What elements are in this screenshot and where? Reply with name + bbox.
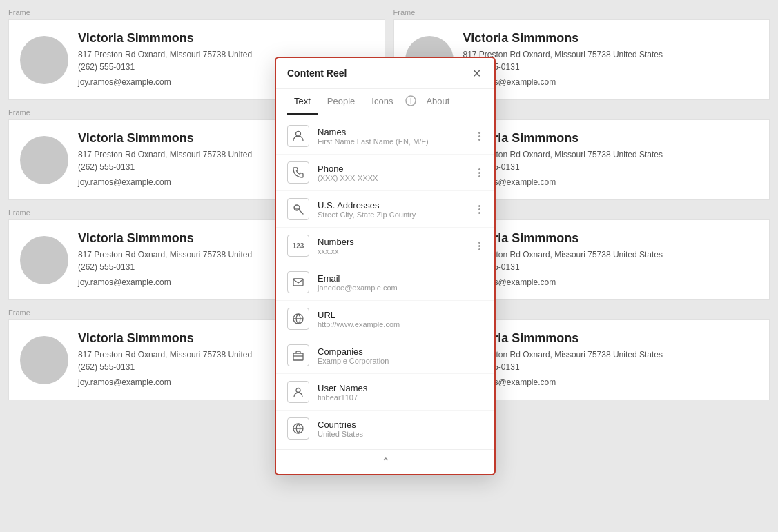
email-text: Email janedoe@example.com xyxy=(318,273,483,292)
url-sub: http://www.example.com xyxy=(318,320,483,328)
phone-sub: (XXX) XXX-XXXX xyxy=(318,174,467,182)
svg-point-11 xyxy=(296,388,300,393)
addresses-text: U.S. Addresses Street City, State Zip Co… xyxy=(318,200,467,219)
companies-label: Companies xyxy=(318,346,483,357)
countries-text: Countries United States xyxy=(318,420,483,438)
card-name-4: Victoria Simmmons xyxy=(78,331,252,346)
avatar-1 xyxy=(20,36,68,84)
modal-header: Content Reel ✕ xyxy=(276,58,494,89)
svg-text:i: i xyxy=(410,97,411,105)
names-more-button[interactable] xyxy=(476,129,483,144)
usernames-text: User Names tinbear1107 xyxy=(318,383,483,402)
modal-title: Content Reel xyxy=(287,68,347,79)
list-item-countries[interactable]: Countries United States xyxy=(276,411,494,446)
modal-tabs: Text People Icons i About xyxy=(276,89,494,115)
email-label: Email xyxy=(318,273,483,284)
numbers-sub: xxx.xx xyxy=(318,247,467,255)
svg-rect-9 xyxy=(293,353,303,360)
list-item-addresses[interactable]: U.S. Addresses Street City, State Zip Co… xyxy=(276,191,494,228)
frame-label-1: Frame xyxy=(8,8,385,17)
list-item-usernames[interactable]: User Names tinbear1107 xyxy=(276,374,494,411)
phone-more-button[interactable] xyxy=(476,166,483,180)
tab-icons[interactable]: Icons xyxy=(364,89,400,115)
list-item-names[interactable]: Names First Name Last Name (EN, M/F) xyxy=(276,118,494,155)
url-icon xyxy=(287,308,309,330)
avatar-3 xyxy=(20,236,68,284)
addresses-label: U.S. Addresses xyxy=(318,200,467,210)
names-sub: First Name Last Name (EN, M/F) xyxy=(318,137,467,146)
close-button[interactable]: ✕ xyxy=(469,66,483,80)
tab-people[interactable]: People xyxy=(320,89,362,115)
card-email-4: joy.ramos@example.com xyxy=(78,376,252,388)
card-address-1: 817 Preston Rd Oxnard, Missouri 75738 Un… xyxy=(78,48,252,73)
person-icon xyxy=(287,125,309,147)
card-email-3: joy.ramos@example.com xyxy=(78,276,252,288)
companies-sub: Example Corporation xyxy=(318,357,483,365)
list-item-numbers[interactable]: 123 Numbers xxx.xx xyxy=(276,228,494,264)
countries-label: Countries xyxy=(318,420,483,430)
info-icon[interactable]: i xyxy=(405,95,416,108)
card-email-2: joy.ramos@example.com xyxy=(78,176,252,188)
tab-text[interactable]: Text xyxy=(287,89,318,115)
list-item-email[interactable]: Email janedoe@example.com xyxy=(276,264,494,301)
content-reel-modal: Content Reel ✕ Text People Icons i About xyxy=(275,57,496,475)
addresses-more-button[interactable] xyxy=(476,202,483,217)
usernames-sub: tinbear1107 xyxy=(318,393,483,402)
user-icon xyxy=(287,381,309,403)
numbers-icon: 123 xyxy=(287,235,309,257)
avatar-4 xyxy=(20,336,68,384)
phone-label: Phone xyxy=(318,164,467,174)
email-sub: janedoe@example.com xyxy=(318,284,483,292)
tab-about[interactable]: About xyxy=(419,89,456,115)
companies-icon xyxy=(287,344,309,366)
card-name-2: Victoria Simmmons xyxy=(78,131,252,146)
companies-text: Companies Example Corporation xyxy=(318,346,483,365)
list-item-url[interactable]: URL http://www.example.com xyxy=(276,301,494,337)
email-icon xyxy=(287,271,309,293)
phone-text: Phone (XXX) XXX-XXXX xyxy=(318,164,467,182)
card-name-3: Victoria Simmmons xyxy=(78,231,252,246)
card-address-2: 817 Preston Rd Oxnard, Missouri 75738 Un… xyxy=(78,148,252,173)
countries-sub: United States xyxy=(318,430,483,438)
addresses-sub: Street City, State Zip Country xyxy=(318,210,467,219)
url-label: URL xyxy=(318,310,483,320)
url-text: URL http://www.example.com xyxy=(318,310,483,328)
usernames-label: User Names xyxy=(318,383,483,393)
avatar-2 xyxy=(20,136,68,184)
list-item-phone[interactable]: Phone (XXX) XXX-XXXX xyxy=(276,155,494,191)
phone-icon xyxy=(287,161,309,184)
card-name-1: Victoria Simmmons xyxy=(78,31,252,46)
numbers-more-button[interactable] xyxy=(476,239,483,253)
modal-footer: ⌃ xyxy=(276,449,494,474)
collapse-button[interactable]: ⌃ xyxy=(381,455,390,469)
list-item-companies[interactable]: Companies Example Corporation xyxy=(276,337,494,374)
card-name-r1: Victoria Simmmons xyxy=(463,31,663,46)
modal-body: Names First Name Last Name (EN, M/F) Pho… xyxy=(276,115,494,449)
card-email-1: joy.ramos@example.com xyxy=(78,76,252,88)
card-address-4: 817 Preston Rd Oxnard, Missouri 75738 Un… xyxy=(78,348,252,373)
globe-icon xyxy=(287,417,309,440)
address-icon xyxy=(287,198,309,220)
frame-label-r1: Frame xyxy=(393,8,770,17)
names-text: Names First Name Last Name (EN, M/F) xyxy=(318,127,467,146)
numbers-label: Numbers xyxy=(318,237,467,247)
svg-line-4 xyxy=(300,210,303,214)
card-address-3: 817 Preston Rd Oxnard, Missouri 75738 Un… xyxy=(78,248,252,273)
numbers-text: Numbers xxx.xx xyxy=(318,237,467,255)
names-label: Names xyxy=(318,127,467,137)
